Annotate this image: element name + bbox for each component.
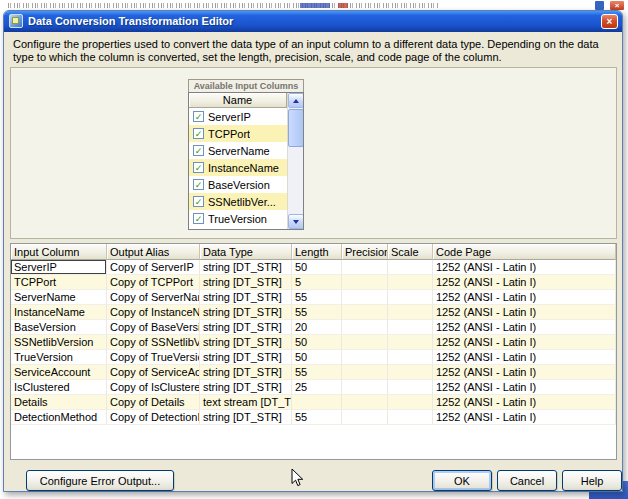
grid-cell[interactable] (388, 260, 433, 275)
grid-cell[interactable]: SSNetlibVersion (11, 335, 107, 350)
grid-cell[interactable]: BaseVersion (11, 320, 107, 335)
grid-cell[interactable] (342, 290, 388, 305)
grid-cell[interactable]: 50 (292, 335, 342, 350)
list-item[interactable]: ✓SSNetlibVer... (189, 193, 287, 210)
close-icon[interactable] (601, 14, 618, 29)
checkbox-icon[interactable]: ✓ (193, 128, 204, 139)
list-item[interactable]: ✓BaseVersion (189, 176, 287, 193)
grid-cell[interactable]: string [DT_STR] (200, 350, 292, 365)
grid-cell[interactable]: 1252 (ANSI - Latin I) (433, 395, 616, 410)
scroll-up-icon[interactable] (288, 93, 304, 108)
grid-cell[interactable] (388, 290, 433, 305)
grid-cell[interactable] (342, 260, 388, 275)
grid-cell[interactable] (388, 350, 433, 365)
grid-cell[interactable]: 1252 (ANSI - Latin I) (433, 350, 616, 365)
grid-cell[interactable]: Copy of ServerIP (107, 260, 200, 275)
grid-cell[interactable]: ServiceAccount (11, 365, 107, 380)
column-header[interactable]: Data Type (200, 244, 292, 260)
grid-cell[interactable]: string [DT_STR] (200, 410, 292, 425)
grid-cell[interactable]: Copy of ServiceAcc... (107, 365, 200, 380)
grid-cell[interactable]: Copy of IsClustered (107, 380, 200, 395)
grid-cell[interactable]: 1252 (ANSI - Latin I) (433, 290, 616, 305)
grid-cell[interactable]: 1252 (ANSI - Latin I) (433, 365, 616, 380)
grid-cell[interactable]: 55 (292, 305, 342, 320)
grid-cell[interactable]: 5 (292, 275, 342, 290)
column-header[interactable]: Input Column (11, 244, 107, 260)
checkbox-icon[interactable]: ✓ (193, 213, 204, 224)
list-item[interactable]: ✓InstanceName (189, 159, 287, 176)
grid-cell[interactable]: 1252 (ANSI - Latin I) (433, 380, 616, 395)
grid-cell[interactable]: 50 (292, 260, 342, 275)
grid-cell[interactable] (388, 380, 433, 395)
grid-cell[interactable]: Copy of Details (107, 395, 200, 410)
ok-button[interactable]: OK (432, 470, 492, 491)
grid-cell[interactable]: Copy of InstanceNa... (107, 305, 200, 320)
column-header[interactable]: Output Alias (107, 244, 200, 260)
checkbox-icon[interactable]: ✓ (193, 196, 204, 207)
grid-cell[interactable]: 1252 (ANSI - Latin I) (433, 275, 616, 290)
list-scrollbar[interactable] (287, 93, 303, 229)
name-column-header[interactable]: Name (189, 93, 287, 108)
grid-cell[interactable]: Copy of SSNetlibVer... (107, 335, 200, 350)
grid-cell[interactable] (388, 395, 433, 410)
grid-cell[interactable] (342, 275, 388, 290)
grid-cell[interactable]: string [DT_STR] (200, 320, 292, 335)
checkbox-icon[interactable]: ✓ (193, 111, 204, 122)
grid-cell[interactable]: Copy of BaseVersion (107, 320, 200, 335)
grid-cell[interactable] (292, 395, 342, 410)
grid-cell[interactable]: InstanceName (11, 305, 107, 320)
grid-cell[interactable]: 1252 (ANSI - Latin I) (433, 410, 616, 425)
grid-cell[interactable]: Copy of TCPPort (107, 275, 200, 290)
grid-cell[interactable]: Copy of DetectionM... (107, 410, 200, 425)
grid-cell[interactable]: Copy of ServerName (107, 290, 200, 305)
grid-cell[interactable] (388, 305, 433, 320)
list-item[interactable]: ✓TrueVersion (189, 210, 287, 227)
grid-cell[interactable]: TrueVersion (11, 350, 107, 365)
grid-cell[interactable] (342, 365, 388, 380)
grid-cell[interactable] (388, 335, 433, 350)
grid-cell[interactable] (342, 410, 388, 425)
grid-cell[interactable]: 1252 (ANSI - Latin I) (433, 335, 616, 350)
grid-cell[interactable]: 1252 (ANSI - Latin I) (433, 320, 616, 335)
grid-cell[interactable]: 20 (292, 320, 342, 335)
grid-cell[interactable] (388, 275, 433, 290)
grid-cell[interactable]: string [DT_STR] (200, 305, 292, 320)
column-header[interactable]: Scale (388, 244, 433, 260)
checkbox-icon[interactable]: ✓ (193, 179, 204, 190)
titlebar[interactable]: Data Conversion Transformation Editor (4, 11, 622, 32)
help-button[interactable]: Help (562, 470, 622, 491)
grid-cell[interactable] (342, 320, 388, 335)
grid-cell[interactable]: 55 (292, 290, 342, 305)
grid-cell[interactable]: string [DT_STR] (200, 275, 292, 290)
configure-error-output-button[interactable]: Configure Error Output... (26, 470, 174, 491)
grid-cell[interactable]: 1252 (ANSI - Latin I) (433, 305, 616, 320)
grid-cell[interactable] (388, 410, 433, 425)
grid-cell[interactable]: string [DT_STR] (200, 365, 292, 380)
grid-cell[interactable]: 55 (292, 410, 342, 425)
grid-cell[interactable] (342, 350, 388, 365)
grid-cell[interactable]: 25 (292, 380, 342, 395)
grid-cell[interactable]: 1252 (ANSI - Latin I) (433, 260, 616, 275)
grid-cell[interactable]: 50 (292, 350, 342, 365)
scrollbar-thumb[interactable] (288, 109, 304, 147)
grid-cell[interactable]: TCPPort (11, 275, 107, 290)
grid-cell[interactable]: ServerName (11, 290, 107, 305)
grid-cell[interactable]: 55 (292, 365, 342, 380)
grid-cell[interactable] (388, 320, 433, 335)
grid-cell[interactable]: text stream [DT_TEXT] (200, 395, 292, 410)
grid-cell[interactable]: string [DT_STR] (200, 260, 292, 275)
cancel-button[interactable]: Cancel (497, 470, 557, 491)
grid-cell[interactable]: Details (11, 395, 107, 410)
scroll-down-icon[interactable] (288, 214, 304, 229)
grid-cell[interactable]: string [DT_STR] (200, 380, 292, 395)
grid-cell[interactable]: IsClustered (11, 380, 107, 395)
list-item[interactable]: ✓ServerName (189, 142, 287, 159)
grid-cell[interactable]: ServerIP (11, 260, 107, 275)
list-item[interactable]: ✓ServerIP (189, 108, 287, 125)
checkbox-icon[interactable]: ✓ (193, 145, 204, 156)
checkbox-icon[interactable]: ✓ (193, 162, 204, 173)
list-item[interactable]: ✓TCPPort (189, 125, 287, 142)
grid-cell[interactable] (342, 395, 388, 410)
column-header[interactable]: Code Page (433, 244, 616, 260)
grid-cell[interactable]: DetectionMethod (11, 410, 107, 425)
